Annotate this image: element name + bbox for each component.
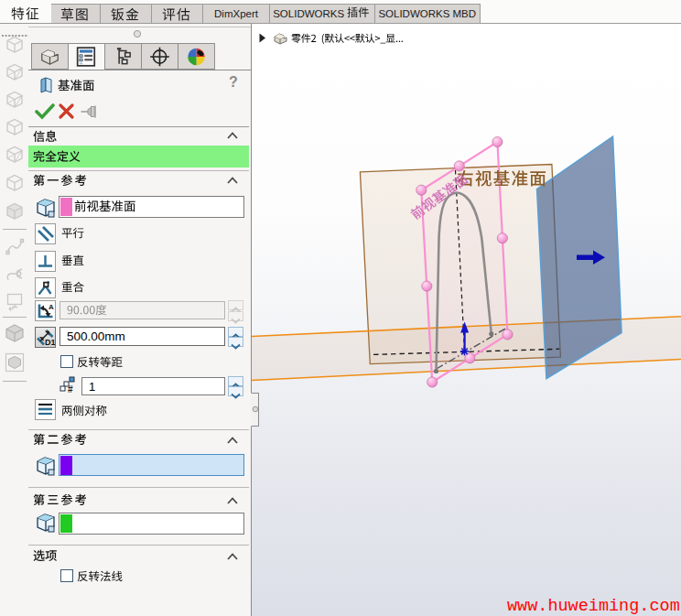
svg-text:D1: D1: [45, 338, 55, 347]
svg-text:#: #: [68, 384, 73, 394]
svg-text:A: A: [49, 303, 54, 311]
